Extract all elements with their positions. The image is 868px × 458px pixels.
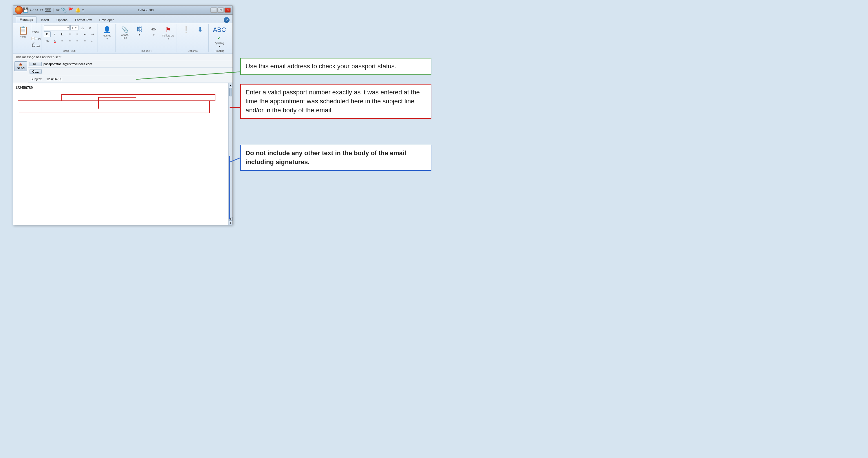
names-group-label [106, 50, 107, 52]
ribbon-content: 📋 Paste ✂ Cut 📋 Copy 🖌 Format Clipboard … [13, 23, 232, 54]
proofing-label: Proofing [215, 50, 224, 52]
undo-icon[interactable]: ↩ [30, 7, 34, 13]
annotation-blue: Do not include any other text in the bod… [240, 145, 431, 171]
photo-icon: 🖼 [136, 26, 142, 33]
window-title: 123456789 ... [85, 8, 211, 12]
decrease-indent-button[interactable]: ⇤ [81, 31, 88, 37]
save-icon[interactable]: 💾 [23, 7, 29, 13]
bullet-list-button[interactable]: ≡ [66, 31, 73, 37]
minimize-button[interactable]: ─ [211, 7, 217, 13]
tab-message[interactable]: Message [16, 17, 37, 23]
font-color-button[interactable]: A [51, 38, 58, 44]
email-fields: 📤 Send To... Cc... Subject: [13, 60, 232, 83]
tab-insert[interactable]: Insert [37, 17, 53, 23]
outlook-window: 💾 ↩ ↪ ✂ ⌨ ✏ 📎 🚩 🔔 » 123456789 ... ─ □ ✕ … [13, 5, 233, 225]
flag-icon[interactable]: 🚩 [68, 7, 74, 13]
subject-label: Subject: [28, 77, 46, 81]
cc-row: Cc... [28, 68, 232, 75]
numbered-list-button[interactable]: ≡ [74, 31, 81, 37]
attach-icon[interactable]: 📎 [61, 7, 67, 13]
to-button[interactable]: To... [30, 62, 42, 66]
align-left-button[interactable]: ≡ [59, 38, 66, 44]
attach-file-button[interactable]: 📎 AttachFile [118, 25, 131, 40]
options-group: ❕ ⬇ Options ▾ [178, 24, 209, 52]
help-button[interactable]: ? [224, 17, 229, 23]
follow-up-button[interactable]: ⚑ Follow Up ▾ [161, 25, 175, 41]
scroll-down-button[interactable]: ▼ [229, 221, 233, 225]
send-icon: 📤 [19, 63, 22, 66]
text-format-row2: ab A ≡ ≡ ≡ ≡ ↵ [44, 38, 96, 44]
maximize-button[interactable]: □ [217, 7, 224, 13]
scrollbar: ▲ ⊞ ▼ [228, 83, 232, 225]
font-selector-row: ▾ 11 ▾ A A [44, 25, 96, 31]
strikethrough-button[interactable]: ab [44, 38, 51, 44]
italic-button[interactable]: I [51, 31, 58, 37]
low-importance-button[interactable]: ⬇ [193, 25, 207, 35]
email-body[interactable]: 123456789 [13, 83, 228, 225]
quick-access-toolbar: 💾 ↩ ↪ ✂ ⌨ ✏ 📎 🚩 🔔 » [23, 7, 85, 13]
redo-icon[interactable]: ↪ [35, 7, 38, 13]
names-icon: 👤 [103, 26, 111, 34]
window-controls: ─ □ ✕ [211, 7, 231, 13]
scroll-thumb[interactable] [229, 88, 232, 96]
attach-icon: 📎 [121, 26, 129, 33]
tab-developer[interactable]: Developer [96, 17, 117, 23]
signature-button[interactable]: ✏ ▾ [147, 25, 160, 38]
subject-row: Subject: [28, 75, 232, 83]
bold-button[interactable]: B [44, 31, 51, 37]
cc-input[interactable] [43, 69, 232, 74]
underline-button[interactable]: U [59, 31, 66, 37]
justify-button[interactable]: ≡ [81, 38, 88, 44]
font-name-input[interactable]: ▾ [44, 25, 70, 30]
bell-icon[interactable]: 🔔 [75, 7, 81, 13]
font-size-input[interactable]: 11 ▾ [70, 25, 79, 30]
not-sent-text: This message has not been sent. [16, 55, 62, 59]
attach-item-button[interactable]: 🖼 ▾ [133, 25, 146, 37]
scroll-page-icon[interactable]: ⊞ [229, 217, 232, 221]
annotation-red: Enter a valid passport number exactly as… [240, 84, 431, 119]
body-text: 123456789 [16, 86, 33, 90]
clipboard-group: 📋 Paste ✂ Cut 📋 Copy 🖌 Format Clipboard … [15, 24, 41, 52]
spelling-button[interactable]: ABC✓ Spelling ▾ [213, 25, 226, 49]
to-input[interactable] [43, 62, 232, 66]
include-group: 📎 AttachFile 🖼 ▾ ✏ ▾ ⚑ Follow Up ▾ [116, 24, 177, 52]
office-orb[interactable] [15, 6, 23, 14]
align-right-button[interactable]: ≡ [74, 38, 81, 44]
not-sent-bar: This message has not been sent. [13, 54, 232, 60]
message-area: This message has not been sent. 📤 Send T… [13, 54, 232, 225]
basic-text-group: ▾ 11 ▾ A A B I U [42, 24, 98, 52]
paste-button[interactable]: 📋 Paste [17, 24, 30, 40]
format-icon[interactable]: ⌨ [44, 7, 51, 13]
high-importance-button[interactable]: ❕ [179, 25, 192, 35]
align-center-button[interactable]: ≡ [66, 38, 73, 44]
options-label: Options ▾ [188, 50, 198, 52]
ribbon: Message Insert Options Format Text Devel… [13, 15, 232, 54]
format-painter-button[interactable]: 🖌 Format [32, 42, 39, 48]
increase-indent-button[interactable]: ⇥ [89, 31, 96, 37]
follow-up-icon: ⚑ [165, 26, 171, 34]
send-button[interactable]: 📤 Send [14, 61, 27, 71]
rtl-button[interactable]: ↵ [89, 38, 96, 44]
draw-icon[interactable]: ✏ [56, 7, 60, 13]
cc-button[interactable]: Cc... [30, 69, 42, 74]
subject-input[interactable] [46, 77, 232, 81]
scroll-up-button[interactable]: ▲ [229, 83, 233, 87]
more-icon[interactable]: » [82, 7, 85, 13]
cut-button[interactable]: ✂ Cut [32, 29, 39, 35]
cut-icon[interactable]: ✂ [40, 7, 43, 13]
title-bar: 💾 ↩ ↪ ✂ ⌨ ✏ 📎 🚩 🔔 » 123456789 ... ─ □ ✕ [13, 5, 232, 15]
separator [54, 8, 54, 12]
decrease-font-button[interactable]: A [87, 25, 94, 31]
tab-format-text[interactable]: Format Text [71, 17, 95, 23]
names-group: 👤 Names ▾ [98, 24, 116, 52]
increase-font-button[interactable]: A [79, 25, 86, 31]
annotation-green-text: Use this email address to check your pas… [246, 63, 396, 70]
close-button[interactable]: ✕ [224, 7, 231, 13]
copy-button[interactable]: 📋 Copy [32, 36, 39, 41]
to-row: To... [28, 60, 232, 68]
tab-options[interactable]: Options [53, 17, 71, 23]
signature-icon: ✏ [151, 26, 156, 33]
names-button[interactable]: 👤 Names ▾ [100, 25, 114, 41]
include-label: Include ▾ [141, 50, 151, 52]
annotation-red-text: Enter a valid passport number exactly as… [246, 89, 420, 114]
